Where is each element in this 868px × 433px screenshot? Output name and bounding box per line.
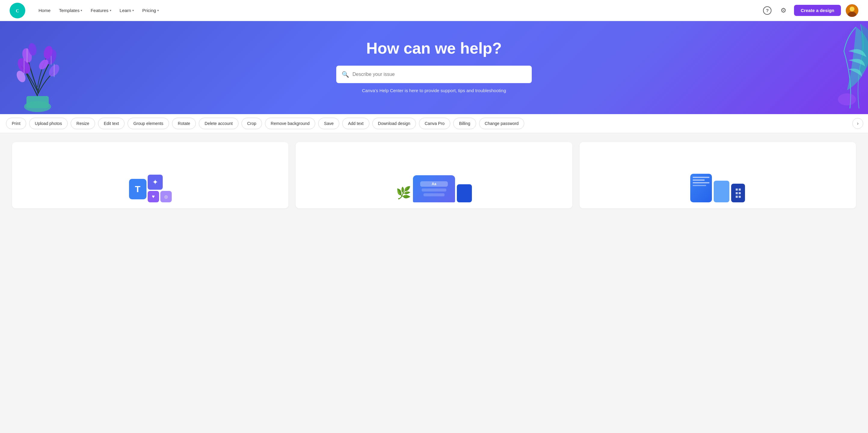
card-illustration-2: 🌿 Aa — [302, 157, 566, 202]
logo[interactable]: C — [10, 3, 25, 18]
svg-point-3 — [850, 7, 855, 11]
quick-tag-crop[interactable]: Crop — [242, 118, 262, 129]
search-icon: 🔍 — [342, 71, 349, 78]
help-button[interactable]: ? — [762, 5, 773, 16]
quick-tag-delete-account[interactable]: Delete account — [199, 118, 238, 129]
quick-tag-print[interactable]: Print — [6, 118, 26, 129]
nav-right: ? ⚙ Create a design — [762, 4, 858, 17]
quick-tag-remove-background[interactable]: Remove background — [265, 118, 315, 129]
search-input[interactable] — [336, 66, 532, 83]
quick-tag-save[interactable]: Save — [318, 118, 339, 129]
card-illustration-3 — [586, 157, 850, 202]
avatar-image — [846, 4, 858, 17]
quick-tag-change-password[interactable]: Change password — [479, 118, 525, 129]
quick-tag-resize[interactable]: Resize — [71, 118, 95, 129]
svg-point-19 — [838, 93, 856, 106]
nav-home[interactable]: Home — [35, 5, 54, 16]
quick-links-inner: PrintUpload photosResizeEdit textGroup e… — [0, 114, 852, 133]
create-design-button[interactable]: Create a design — [794, 5, 841, 16]
card-help-resources[interactable] — [580, 142, 856, 208]
quick-tag-download-design[interactable]: Download design — [372, 118, 416, 129]
cards-section: T ✦ ♥ ◎ 🌿 Aa — [0, 133, 868, 218]
help-icon: ? — [763, 6, 771, 15]
avatar[interactable] — [846, 4, 858, 17]
quick-tag-rotate[interactable]: Rotate — [172, 118, 196, 129]
navbar: C Home Templates ▾ Features ▾ Learn ▾ Pr… — [0, 0, 868, 21]
settings-button[interactable]: ⚙ — [778, 5, 789, 16]
nav-pricing[interactable]: Pricing ▾ — [138, 5, 162, 16]
quick-tag-billing[interactable]: Billing — [453, 118, 476, 129]
quick-tag-canva-pro[interactable]: Canva Pro — [419, 118, 450, 129]
hero-subtext: Canva's Help Center is here to provide s… — [362, 88, 506, 93]
card-illustration-1: T ✦ ♥ ◎ — [18, 157, 282, 202]
search-container: 🔍 — [336, 66, 532, 83]
settings-icon: ⚙ — [780, 7, 786, 15]
nav-learn[interactable]: Learn ▾ — [116, 5, 137, 16]
hero-title: How can we help? — [366, 39, 502, 57]
quick-links-bar: PrintUpload photosResizeEdit textGroup e… — [0, 114, 868, 133]
svg-text:C: C — [16, 8, 19, 13]
learn-chevron-icon: ▾ — [132, 9, 134, 12]
quick-tag-add-text[interactable]: Add text — [342, 118, 369, 129]
quick-tag-upload-photos[interactable]: Upload photos — [29, 118, 68, 129]
pricing-chevron-icon: ▾ — [157, 9, 159, 12]
card-getting-started[interactable]: 🌿 Aa — [296, 142, 572, 208]
nav-features[interactable]: Features ▾ — [87, 5, 115, 16]
templates-chevron-icon: ▾ — [81, 9, 82, 12]
nav-left: C Home Templates ▾ Features ▾ Learn ▾ Pr… — [10, 3, 162, 18]
quick-links-next-button[interactable]: › — [852, 118, 863, 129]
quick-tag-edit-text[interactable]: Edit text — [98, 118, 125, 129]
features-chevron-icon: ▾ — [110, 9, 111, 12]
plant-right-decoration — [790, 21, 868, 108]
nav-links: Home Templates ▾ Features ▾ Learn ▾ Pric… — [35, 5, 162, 16]
card-design-tips[interactable]: T ✦ ♥ ◎ — [12, 142, 288, 208]
hero-section: How can we help? 🔍 Canva's Help Center i… — [0, 21, 868, 114]
nav-templates[interactable]: Templates ▾ — [55, 5, 86, 16]
plant-left-decoration — [6, 27, 69, 114]
svg-rect-6 — [27, 96, 49, 108]
quick-tag-group-elements[interactable]: Group elements — [127, 118, 169, 129]
